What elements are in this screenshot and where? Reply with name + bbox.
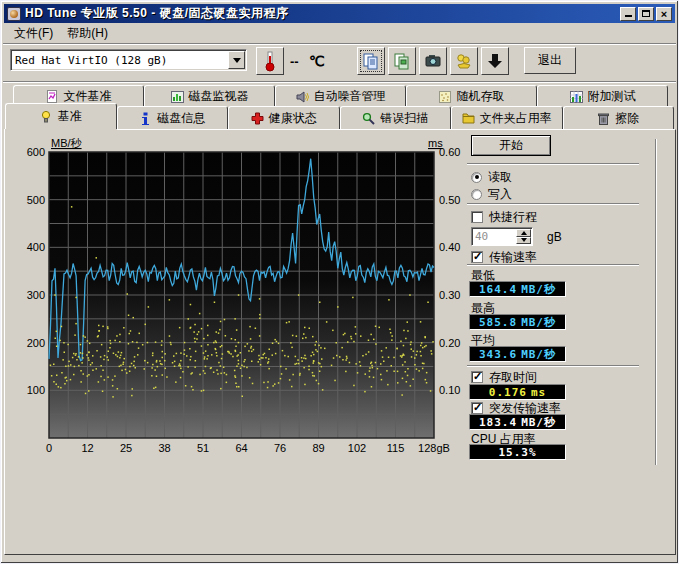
separator bbox=[467, 163, 639, 165]
benchmark-chart-svg: 1002003004005006000.100.200.300.400.500.… bbox=[19, 137, 471, 461]
svg-text:51: 51 bbox=[197, 442, 209, 454]
svg-text:400: 400 bbox=[27, 241, 45, 253]
info-icon bbox=[139, 112, 152, 125]
tab-extra-tests[interactable]: 附加测试 bbox=[537, 85, 668, 107]
svg-text:76: 76 bbox=[274, 442, 286, 454]
short-stroke-label: 快捷行程 bbox=[489, 209, 537, 226]
temperature-button[interactable] bbox=[256, 47, 284, 75]
tab-label: 磁盘监视器 bbox=[189, 88, 249, 105]
copy-image-button[interactable] bbox=[388, 47, 416, 75]
copy-button[interactable] bbox=[357, 47, 385, 75]
cpu-usage-value: 15.3% bbox=[498, 446, 536, 459]
svg-text:0: 0 bbox=[46, 442, 52, 454]
max-value-display: 585.8 MB/秒 bbox=[469, 314, 566, 330]
tab-random-access[interactable]: 随机存取 bbox=[406, 85, 537, 107]
stepper-down-button[interactable] bbox=[516, 237, 531, 245]
access-time-value: 0.176 bbox=[489, 386, 527, 399]
drive-select[interactable]: Red Hat VirtIO (128 gB) bbox=[10, 49, 247, 71]
avg-unit: MB/秒 bbox=[521, 347, 556, 362]
trash-icon bbox=[597, 112, 610, 125]
drive-select-value: Red Hat VirtIO (128 gB) bbox=[11, 54, 228, 67]
temperature-unit: ℃ bbox=[309, 53, 325, 69]
folder-icon bbox=[462, 112, 475, 125]
menu-file[interactable]: 文件(F) bbox=[8, 24, 59, 43]
chevron-down-icon bbox=[233, 58, 241, 63]
svg-text:MB/秒: MB/秒 bbox=[51, 137, 83, 149]
app-icon bbox=[7, 7, 21, 21]
short-stroke-size-value: 40 bbox=[472, 228, 515, 245]
app-window: HD Tune 专业版 5.50 - 硬盘/固态硬盘实用程序 × 文件(F) 帮… bbox=[0, 0, 679, 564]
svg-text:89: 89 bbox=[312, 442, 324, 454]
speaker-icon bbox=[296, 90, 309, 103]
burst-rate-unit: MB/秒 bbox=[521, 415, 556, 430]
tab-label: 自动噪音管理 bbox=[314, 88, 386, 105]
close-button[interactable]: × bbox=[656, 7, 672, 21]
read-radio-row[interactable]: 读取 bbox=[471, 170, 512, 184]
svg-text:115: 115 bbox=[387, 442, 405, 454]
write-radio[interactable] bbox=[471, 189, 482, 200]
window-title: HD Tune 专业版 5.50 - 硬盘/固态硬盘实用程序 bbox=[25, 5, 618, 22]
start-button[interactable]: 开始 bbox=[471, 135, 551, 156]
tab-label: 基准 bbox=[58, 108, 82, 125]
short-stroke-row[interactable]: 快捷行程 bbox=[471, 210, 537, 224]
minimize-button[interactable] bbox=[620, 7, 636, 21]
toolbar: Red Hat VirtIO (128 gB) -- ℃ bbox=[4, 45, 675, 80]
min-unit: MB/秒 bbox=[521, 282, 556, 297]
tab-benchmark[interactable]: 基准 bbox=[5, 103, 117, 129]
svg-text:0.50: 0.50 bbox=[439, 194, 460, 206]
svg-text:600: 600 bbox=[27, 146, 45, 158]
svg-text:12: 12 bbox=[81, 442, 93, 454]
maximize-icon bbox=[642, 10, 650, 17]
svg-text:25: 25 bbox=[120, 442, 132, 454]
save-button[interactable] bbox=[481, 47, 509, 75]
disk-monitor-icon bbox=[171, 90, 184, 103]
read-radio[interactable] bbox=[471, 172, 482, 183]
tab-row-primary: 基准 磁盘信息 健康状态 错误扫描 文件夹占用率 bbox=[5, 106, 674, 129]
tab-folder-usage[interactable]: 文件夹占用率 bbox=[451, 106, 563, 129]
short-stroke-size-stepper[interactable]: 40 bbox=[471, 227, 533, 246]
svg-text:0.20: 0.20 bbox=[439, 337, 460, 349]
svg-text:300: 300 bbox=[27, 289, 45, 301]
donate-button[interactable] bbox=[450, 47, 478, 75]
tab-erase[interactable]: 擦除 bbox=[563, 106, 675, 129]
min-value-display: 164.4 MB/秒 bbox=[469, 281, 566, 297]
write-radio-row[interactable]: 写入 bbox=[471, 187, 512, 201]
transfer-rate-label: 传输速率 bbox=[489, 249, 537, 266]
file-benchmark-icon bbox=[46, 90, 59, 103]
temperature-value: -- bbox=[290, 54, 299, 69]
short-stroke-unit: gB bbox=[547, 230, 562, 244]
tab-label: 随机存取 bbox=[457, 88, 505, 105]
tab-disk-info[interactable]: 磁盘信息 bbox=[117, 106, 229, 129]
exit-button[interactable]: 退出 bbox=[524, 47, 576, 74]
tab-health[interactable]: 健康状态 bbox=[228, 106, 340, 129]
menu-help[interactable]: 帮助(H) bbox=[61, 24, 114, 43]
svg-text:102: 102 bbox=[348, 442, 366, 454]
tab-disk-monitor[interactable]: 磁盘监视器 bbox=[144, 85, 275, 107]
svg-text:0.10: 0.10 bbox=[439, 384, 460, 396]
maximize-button[interactable] bbox=[638, 7, 654, 21]
panel-vertical-separator bbox=[655, 139, 657, 465]
toolbar-separator bbox=[3, 81, 676, 83]
short-stroke-checkbox[interactable] bbox=[471, 211, 483, 223]
write-radio-label: 写入 bbox=[488, 186, 512, 203]
screenshot-button[interactable] bbox=[419, 47, 447, 75]
svg-text:500: 500 bbox=[27, 194, 45, 206]
tab-label: 附加测试 bbox=[588, 88, 636, 105]
burst-rate-row[interactable]: 突发传输速率 bbox=[471, 401, 561, 415]
tab-label: 健康状态 bbox=[269, 110, 317, 127]
transfer-rate-checkbox[interactable] bbox=[471, 251, 483, 263]
access-time-checkbox[interactable] bbox=[471, 371, 483, 383]
stepper-up-button[interactable] bbox=[516, 229, 531, 237]
separator bbox=[467, 264, 639, 266]
access-time-row[interactable]: 存取时间 bbox=[471, 370, 537, 384]
close-icon: × bbox=[661, 9, 667, 19]
drive-select-dropdown-button[interactable] bbox=[228, 51, 245, 69]
tab-error-scan[interactable]: 错误扫描 bbox=[340, 106, 452, 129]
copy-icon bbox=[362, 52, 380, 70]
transfer-rate-row[interactable]: 传输速率 bbox=[471, 250, 537, 264]
read-radio-label: 读取 bbox=[488, 169, 512, 186]
tab-aam[interactable]: 自动噪音管理 bbox=[275, 85, 406, 107]
burst-rate-checkbox[interactable] bbox=[471, 402, 483, 414]
separator bbox=[467, 203, 639, 205]
bulb-icon bbox=[40, 110, 53, 123]
